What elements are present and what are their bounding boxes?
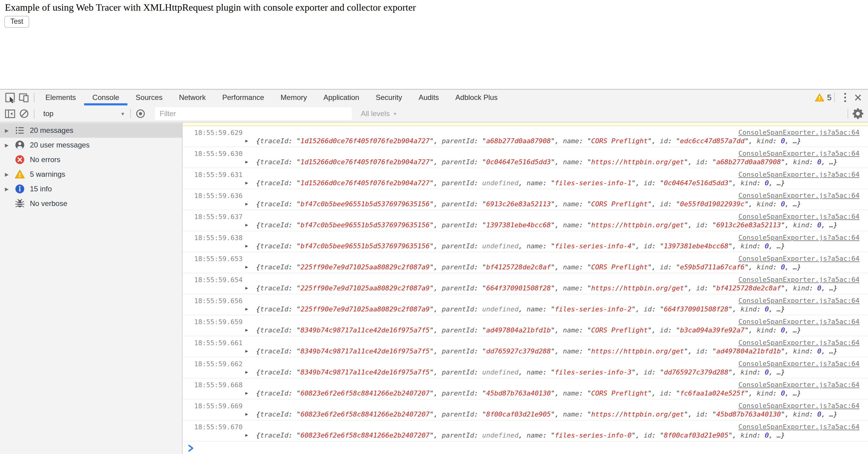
expand-triangle-icon[interactable]: ▶ (245, 348, 248, 354)
inspect-element-icon[interactable] (3, 91, 17, 104)
source-link[interactable]: ConsoleSpanExporter.js?a5ac:64 (739, 360, 860, 367)
context-selector[interactable]: top ▼ (37, 109, 127, 118)
filter-input[interactable] (155, 107, 352, 120)
expand-triangle-icon[interactable]: ▶ (245, 411, 248, 417)
console-toolbar: top ▼ All levels ▼ (0, 105, 868, 123)
tabbar-left-icons (0, 90, 37, 105)
log-object-line: ▶ {traceId: "60823e6f2e6f58c8841266e2b24… (245, 411, 838, 418)
expand-triangle-icon[interactable]: ▶ (245, 243, 248, 249)
source-link[interactable]: ConsoleSpanExporter.js?a5ac:64 (739, 171, 860, 178)
log-object-line: ▶ {traceId: "8349b74c98717a11ce42de16f97… (245, 326, 801, 334)
object-preview[interactable]: {traceId: "8349b74c98717a11ce42de16f975a… (256, 368, 785, 376)
expand-triangle-icon[interactable]: ▶ (245, 285, 248, 291)
expand-triangle-icon[interactable]: ▶ (245, 306, 248, 312)
warning-count-badge[interactable]: 5 (815, 93, 831, 102)
expand-arrow-icon[interactable]: ▶ (5, 142, 14, 148)
eye-icon[interactable] (133, 107, 148, 121)
sidebar-item-messages[interactable]: ▶ 20 messages (0, 123, 182, 138)
object-preview[interactable]: {traceId: "225ff90e7e9d71025aa80829c2f08… (256, 284, 837, 292)
expand-arrow-icon[interactable]: ▶ (5, 171, 14, 177)
source-link[interactable]: ConsoleSpanExporter.js?a5ac:64 (739, 381, 860, 388)
object-preview[interactable]: {traceId: "bf47c0b5bee96551b5d5376979635… (256, 242, 785, 250)
source-link[interactable]: ConsoleSpanExporter.js?a5ac:64 (739, 297, 860, 304)
log-timestamp: 18:55:59.654 (194, 276, 243, 284)
log-object-line: ▶ {traceId: "8349b74c98717a11ce42de16f97… (245, 347, 838, 355)
tab-audits[interactable]: Audits (410, 90, 447, 105)
source-link[interactable]: ConsoleSpanExporter.js?a5ac:64 (739, 129, 860, 136)
sidebar-item-label: 5 warnings (30, 170, 65, 179)
object-preview[interactable]: {traceId: "225ff90e7e9d71025aa80829c2f08… (256, 305, 785, 313)
object-preview[interactable]: {traceId: "225ff90e7e9d71025aa80829c2f08… (256, 263, 801, 271)
log-levels-value: All levels (361, 109, 390, 118)
source-link[interactable]: ConsoleSpanExporter.js?a5ac:64 (739, 318, 860, 325)
log-object-line: ▶ {traceId: "225ff90e7e9d71025aa80829c2f… (245, 263, 801, 271)
source-link[interactable]: ConsoleSpanExporter.js?a5ac:64 (739, 192, 860, 199)
source-link[interactable]: ConsoleSpanExporter.js?a5ac:64 (739, 255, 860, 262)
sidebar-item-user-messages[interactable]: ▶ 20 user messages (0, 138, 182, 152)
warning-row-partial (183, 123, 868, 126)
sidebar-item-verbose[interactable]: ▶ No verbose (0, 196, 182, 211)
devtools-panel: Elements Console Sources Network Perform… (0, 89, 868, 454)
log-object-line: ▶ {traceId: "bf47c0b5bee96551b5d53769796… (245, 242, 785, 250)
source-link[interactable]: ConsoleSpanExporter.js?a5ac:64 (739, 150, 860, 157)
console-prompt[interactable] (183, 442, 868, 454)
context-value: top (43, 109, 53, 118)
object-preview[interactable]: {traceId: "60823e6f2e6f58c8841266e2b2407… (256, 411, 837, 418)
object-preview[interactable]: {traceId: "8349b74c98717a11ce42de16f975a… (256, 347, 837, 355)
object-preview[interactable]: {traceId: "1d15266d0ce76f405f076fe2b904a… (256, 137, 801, 145)
source-link[interactable]: ConsoleSpanExporter.js?a5ac:64 (739, 234, 860, 241)
expand-triangle-icon[interactable]: ▶ (245, 390, 248, 396)
source-link[interactable]: ConsoleSpanExporter.js?a5ac:64 (739, 276, 860, 283)
object-preview[interactable]: {traceId: "1d15266d0ce76f405f076fe2b904a… (256, 179, 785, 187)
tab-application[interactable]: Application (315, 90, 367, 105)
source-link[interactable]: ConsoleSpanExporter.js?a5ac:64 (739, 402, 860, 410)
object-preview[interactable]: {traceId: "bf47c0b5bee96551b5d5376979635… (256, 221, 837, 229)
expand-triangle-icon[interactable]: ▶ (245, 432, 248, 438)
object-preview[interactable]: {traceId: "60823e6f2e6f58c8841266e2b2407… (256, 389, 801, 397)
console-log-entry: 18:55:59.670 ConsoleSpanExporter.js?a5ac… (183, 420, 868, 442)
expand-triangle-icon[interactable]: ▶ (245, 222, 248, 228)
source-link[interactable]: ConsoleSpanExporter.js?a5ac:64 (739, 339, 860, 347)
divider (847, 109, 848, 119)
tab-elements[interactable]: Elements (37, 90, 84, 105)
sidebar-item-warnings[interactable]: ▶ 5 warnings (0, 167, 182, 182)
device-toolbar-icon[interactable] (17, 91, 31, 104)
console-log-entry: 18:55:59.636 ConsoleSpanExporter.js?a5ac… (183, 189, 868, 210)
close-icon[interactable]: × (853, 91, 863, 104)
tab-memory[interactable]: Memory (273, 90, 315, 105)
expand-arrow-icon[interactable]: ▶ (5, 186, 14, 192)
sidebar-toggle-icon[interactable] (3, 107, 17, 121)
tab-adblock-plus[interactable]: Adblock Plus (447, 90, 506, 105)
tab-performance[interactable]: Performance (214, 90, 272, 105)
clear-console-icon[interactable] (17, 107, 31, 121)
overflow-menu-button[interactable] (838, 93, 853, 102)
tab-console[interactable]: Console (84, 90, 127, 105)
sidebar-item-info[interactable]: ▶ 15 info (0, 182, 182, 196)
tab-security[interactable]: Security (368, 90, 410, 105)
sidebar-item-errors[interactable]: ▶ No errors (0, 152, 182, 167)
expand-triangle-icon[interactable]: ▶ (245, 138, 248, 143)
console-messages: 18:55:59.629 ConsoleSpanExporter.js?a5ac… (183, 123, 868, 454)
expand-triangle-icon[interactable]: ▶ (245, 264, 248, 270)
chevron-down-icon: ▼ (393, 111, 397, 117)
object-preview[interactable]: {traceId: "60823e6f2e6f58c8841266e2b2407… (256, 431, 785, 439)
log-object-line: ▶ {traceId: "60823e6f2e6f58c8841266e2b24… (245, 389, 801, 397)
object-preview[interactable]: {traceId: "1d15266d0ce76f405f076fe2b904a… (256, 158, 837, 166)
expand-triangle-icon[interactable]: ▶ (245, 159, 248, 165)
expand-triangle-icon[interactable]: ▶ (245, 327, 248, 333)
expand-triangle-icon[interactable]: ▶ (245, 369, 248, 375)
expand-arrow-icon[interactable]: ▶ (5, 128, 14, 133)
log-levels-selector[interactable]: All levels ▼ (361, 109, 397, 118)
expand-triangle-icon[interactable]: ▶ (245, 180, 248, 186)
object-preview[interactable]: {traceId: "8349b74c98717a11ce42de16f975a… (256, 326, 801, 334)
source-link[interactable]: ConsoleSpanExporter.js?a5ac:64 (739, 423, 860, 430)
gear-icon[interactable] (851, 107, 865, 121)
divider (34, 109, 34, 119)
log-object-line: ▶ {traceId: "bf47c0b5bee96551b5d53769796… (245, 200, 801, 208)
source-link[interactable]: ConsoleSpanExporter.js?a5ac:64 (739, 213, 860, 220)
object-preview[interactable]: {traceId: "bf47c0b5bee96551b5d5376979635… (256, 200, 801, 208)
expand-triangle-icon[interactable]: ▶ (245, 201, 248, 206)
tab-sources[interactable]: Sources (127, 90, 171, 105)
tab-network[interactable]: Network (171, 90, 214, 105)
test-button[interactable]: Test (4, 16, 29, 28)
